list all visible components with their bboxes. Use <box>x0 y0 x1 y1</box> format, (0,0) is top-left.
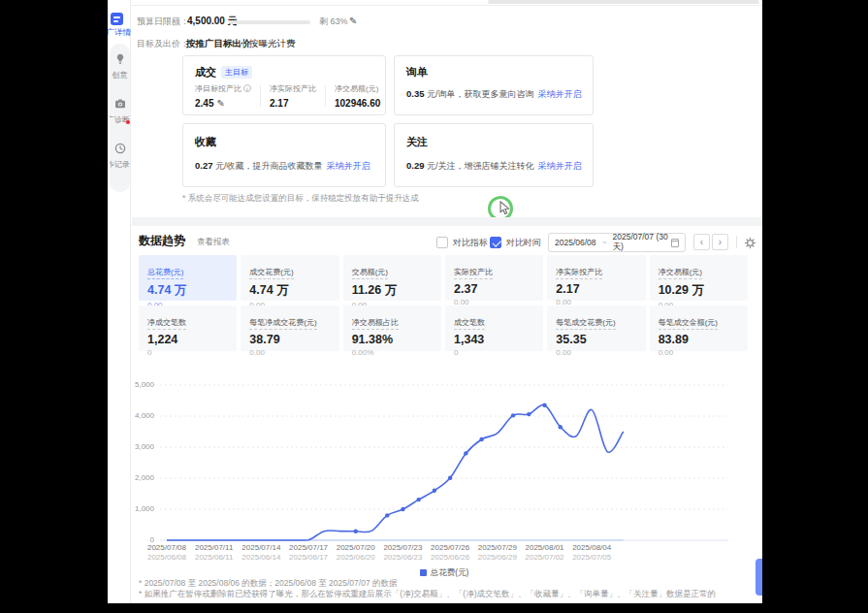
compare-metric-label[interactable]: 对比指标 <box>453 237 488 249</box>
trend-metrics-grid: 总花费(元)4.74 万0.00成交花费(元)4.74 万0.00交易额(元)1… <box>139 255 748 351</box>
metric-label: 每笔成交金额(元) <box>659 317 718 330</box>
date-separator: ~ <box>602 238 607 247</box>
goal-option-target-bid[interactable]: 按推广目标出价 <box>186 36 251 51</box>
metric-label: 每笔成交花费(元) <box>556 317 615 330</box>
metric-value: 10.29 万 <box>659 282 739 299</box>
metric-compare-value: 0 <box>454 348 534 357</box>
metric-compare-value: 0.00 <box>249 348 330 357</box>
goal-row: 目标及出价： 按推广目标出价 按曝光计费 <box>108 36 762 51</box>
metric-label: 每笔净成交花费(元) <box>249 317 316 330</box>
data-point-marker[interactable] <box>464 451 467 455</box>
card-follow-title: 关注 <box>406 135 428 149</box>
metric-value: 91.38% <box>352 333 433 346</box>
edit-roi-icon[interactable]: ✎ <box>216 98 224 109</box>
deal-metric: 净目标投产比i2.45✎ <box>195 83 260 109</box>
goal-option-exposure-bid[interactable]: 按曝光计费 <box>249 36 296 51</box>
trend-line-chart[interactable] <box>160 383 728 548</box>
date-range-input[interactable]: 2025/06/08 ~ 2025/07/07 (30天) <box>548 233 686 252</box>
goal-separator <box>242 39 243 48</box>
data-point-marker[interactable] <box>385 513 389 517</box>
sidebar-tool-panel: 创意广诊断作记录 <box>110 44 130 192</box>
metric-value: 2.17 <box>556 282 636 296</box>
data-point-marker[interactable] <box>511 413 515 417</box>
x-axis-tick-compare: 2025/07/05 <box>561 553 623 562</box>
metric-divider <box>325 85 326 107</box>
trend-metric-cell[interactable]: 净成交笔数1,2240 <box>139 306 237 351</box>
trend-metric-cell[interactable]: 净实际投产比2.170.00 <box>547 255 645 301</box>
trend-metric-cell[interactable]: 总花费(元)4.74 万0.00 <box>139 255 237 301</box>
metric-compare-value: 0.00 <box>659 348 739 357</box>
deal-metric-value: 2.17 <box>270 98 316 109</box>
trend-metric-cell[interactable]: 每笔净成交花费(元)38.790.00 <box>241 306 338 351</box>
deal-metric-label: 净交易额(元) <box>335 83 380 94</box>
data-point-marker[interactable] <box>448 475 452 479</box>
budget-row: 预算日限额： 4,500.00 元 剩 63% ✎ <box>108 14 762 29</box>
budget-remaining: 剩 63% <box>319 14 348 29</box>
x-axis-tick-main: 2025/08/04 <box>561 543 623 552</box>
y-axis-tick: 4,000 <box>110 411 154 420</box>
metric-value: 4.74 万 <box>147 282 228 299</box>
main-goal-badge: 主目标 <box>221 66 252 79</box>
horizontal-scrollbar[interactable] <box>488 0 759 4</box>
edit-budget-icon[interactable]: ✎ <box>349 14 357 29</box>
data-point-marker[interactable] <box>559 425 563 429</box>
date-start: 2025/06/08 <box>555 238 596 247</box>
budget-progress-bar <box>229 20 310 24</box>
card-deal: 成交主目标 净目标投产比i2.45✎净实际投产比2.17净交易额(元)10294… <box>182 55 386 115</box>
metric-label: 净实际投产比 <box>556 267 602 279</box>
trend-metric-cell[interactable]: 交易额(元)11.26 万0.00 <box>343 255 441 301</box>
metric-label: 总花费(元) <box>147 267 183 279</box>
card-follow: 关注 0.29 元/关注，增强店铺关注转化采纳并开启 <box>394 123 594 187</box>
trend-metric-cell[interactable]: 成交笔数1,3430 <box>445 306 543 351</box>
y-axis-tick: 5,000 <box>110 380 154 389</box>
screenshot-stage: 广详情 创意广诊断作记录 预算日限额： 4,500.00 元 剩 63% ✎ 目… <box>0 0 868 613</box>
metric-value: 2.37 <box>454 282 534 296</box>
compare-metric-checkbox[interactable] <box>436 237 448 248</box>
compare-time-checkbox[interactable] <box>490 237 501 248</box>
chart-footnote-2: * 如果推广在暂停或删除前已经获得了曝光，那么在暂停或重建后展示「(净)交易额」… <box>139 589 716 600</box>
legend-swatch <box>420 569 427 576</box>
legend-label: 总花费(元) <box>431 567 469 577</box>
floating-side-button[interactable] <box>755 559 762 596</box>
compare-time-label[interactable]: 对比时间 <box>506 237 541 249</box>
adopt-enable-link[interactable]: 采纳并开启 <box>538 161 582 171</box>
goal-label: 目标及出价： <box>137 36 189 51</box>
trend-metric-cell[interactable]: 每笔成交金额(元)83.890.00 <box>650 306 748 351</box>
next-period-button[interactable]: › <box>712 234 728 250</box>
data-point-marker[interactable] <box>354 530 358 533</box>
metric-label: 净交易额(元) <box>659 267 702 279</box>
sidebar-item[interactable]: 创意 <box>110 51 130 96</box>
metric-label: 成交花费(元) <box>249 267 293 279</box>
gear-icon[interactable] <box>744 236 756 253</box>
data-point-marker[interactable] <box>479 437 483 441</box>
prev-period-button[interactable]: ‹ <box>693 234 710 250</box>
follow-price: 0.29 <box>406 160 425 171</box>
y-axis-tick: 3,000 <box>110 442 154 451</box>
trend-metric-cell[interactable]: 成交花费(元)4.74 万0.00 <box>241 255 338 301</box>
metric-label: 实际投产比 <box>454 267 493 279</box>
trend-metric-cell[interactable]: 净交易额占比91.38%0.00% <box>343 306 441 351</box>
data-point-marker[interactable] <box>401 507 404 511</box>
data-point-marker[interactable] <box>416 498 420 501</box>
adopt-enable-link[interactable]: 采纳并开启 <box>327 161 370 171</box>
section-divider <box>132 217 762 226</box>
data-point-marker[interactable] <box>542 403 546 407</box>
view-report-link[interactable]: 查看报表 <box>197 237 230 248</box>
trend-metric-cell[interactable]: 实际投产比2.370.00 <box>445 255 543 301</box>
info-icon[interactable]: i <box>243 84 251 92</box>
trend-metric-cell[interactable]: 每笔成交花费(元)35.350.00 <box>547 306 645 351</box>
sidebar-item[interactable]: 广诊断 <box>110 96 130 141</box>
cards-footnote: * 系统会尽可能达成您设置的目标，保持稳定投放有助于提升达成 <box>182 193 419 205</box>
metric-value: 11.26 万 <box>352 282 433 299</box>
trend-metric-cell[interactable]: 净交易额(元)10.29 万0.00 <box>650 255 748 301</box>
metric-value: 4.74 万 <box>249 282 330 299</box>
sidebar-item[interactable]: 作记录 <box>110 141 130 185</box>
data-point-marker[interactable] <box>433 489 436 493</box>
adopt-enable-link[interactable]: 采纳并开启 <box>538 89 582 99</box>
card-inquiry-desc: 0.35 元/询单，获取更多意向咨询采纳并开启 <box>406 88 582 101</box>
card-favorite-title: 收藏 <box>195 135 216 149</box>
deal-metric: 净交易额(元)102946.60 <box>335 83 389 109</box>
deal-metric-label: 净目标投产比i <box>195 83 251 94</box>
data-point-marker[interactable] <box>527 412 530 416</box>
card-favorite: 收藏 0.27 元/收藏，提升商品收藏数量采纳并开启 <box>182 123 386 187</box>
